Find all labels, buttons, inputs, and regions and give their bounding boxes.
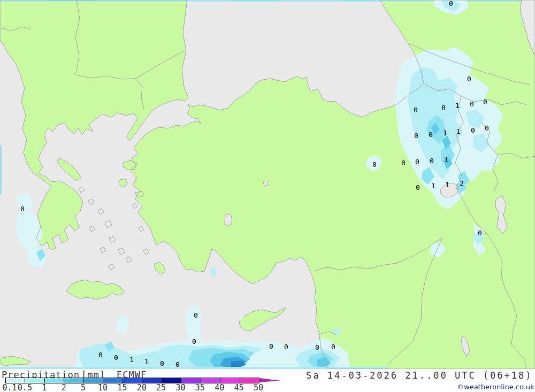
precip-value: 0: [401, 159, 406, 167]
precip-value: 0: [430, 157, 434, 165]
scale-label: 0.1: [2, 383, 17, 392]
scale-label: 0.5: [18, 383, 32, 392]
scale-label: 50: [254, 383, 263, 392]
precip-value: 0: [429, 130, 433, 139]
scale-segment: [103, 378, 123, 383]
scale-segment: [84, 378, 103, 383]
scale-segment: [201, 378, 220, 383]
forecast-datetime: Sa 14-03-2026 21..00 UTC (06+18): [306, 370, 533, 381]
precipitation-map: 000010000110000001011200000011000000: [0, 0, 535, 369]
scale-label: 10: [98, 383, 108, 392]
scale-segment: [162, 378, 181, 383]
precip-value: 1: [444, 155, 448, 163]
precip-value: 0: [471, 126, 475, 134]
scale-label: 25: [156, 383, 166, 392]
precip-value: 1: [443, 129, 447, 137]
scale-segment: [220, 378, 240, 383]
precip-value: 0: [416, 183, 420, 191]
scale-label: 2: [62, 383, 66, 392]
precip-value: 0: [467, 75, 471, 83]
precip-value: 0: [478, 229, 482, 237]
precip-value: 0: [315, 343, 319, 351]
precip-value: 0: [415, 158, 419, 166]
precip-value: 0: [20, 205, 25, 213]
precip-value: 0: [98, 351, 103, 359]
precip-value: 1: [431, 182, 435, 190]
scale-segment: [240, 378, 259, 383]
precip-value: 0: [372, 160, 377, 168]
scale-segment: [64, 378, 83, 383]
weather-map-screenshot: 000010000110000001011200000011000000 Pre…: [0, 0, 535, 392]
legend-bar: Precipitation [mm] ECMWF 0.10.5125101520…: [0, 369, 535, 392]
precip-value: 0: [414, 132, 418, 140]
precip-value: 1: [129, 356, 134, 364]
precip-value: 0: [284, 343, 288, 351]
scale-segment: [45, 378, 64, 383]
scale-segment: [123, 378, 142, 383]
precip-value: 0: [485, 124, 489, 132]
scale-segment: [25, 378, 44, 383]
scale-label: 35: [195, 383, 205, 392]
precip-value: 1: [456, 127, 461, 135]
precip-value: 0: [160, 359, 164, 367]
precip-value: 1: [455, 102, 460, 110]
precip-value: 0: [470, 100, 474, 108]
small-lake: [263, 181, 268, 186]
scale-label: 5: [81, 383, 86, 392]
precip-value: 0: [269, 342, 273, 350]
precip-value: 0: [192, 337, 196, 345]
precip-value: 1: [144, 358, 149, 366]
precip-value: 0: [175, 360, 180, 368]
map-area: 000010000110000001011200000011000000: [0, 0, 535, 369]
scale-label: 15: [117, 383, 127, 392]
scale-label: 45: [234, 383, 244, 392]
precip-value: 0: [414, 106, 418, 114]
scale-segment: [142, 378, 162, 383]
scale-segment: [181, 378, 201, 383]
scale-segment: [6, 378, 25, 383]
precip-value: 0: [194, 311, 198, 319]
copyright-text: ©weatheronline.co.uk: [457, 383, 534, 391]
precip-value: 2: [460, 179, 464, 187]
scale-label: 40: [215, 383, 224, 392]
precip-value: 0: [114, 353, 118, 362]
precip-value: 0: [449, 0, 453, 7]
precip-value: 1: [445, 181, 449, 189]
precip-value: 0: [441, 104, 446, 112]
scale-label: 20: [137, 383, 147, 392]
precip-value: 0: [483, 98, 487, 106]
scale-label: 30: [175, 383, 185, 392]
precip-value: 0: [331, 343, 335, 351]
scale-label: 1: [42, 383, 47, 392]
